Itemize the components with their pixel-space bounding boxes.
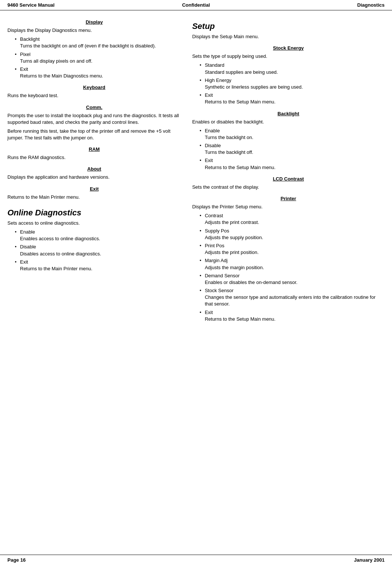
stock-energy-bullet-list: Standard Standard supplies are being use… [192, 62, 385, 105]
section-exit: Exit Returns to the Main Printer menu. [7, 186, 181, 201]
stock-energy-title: Stock Energy [192, 45, 385, 51]
printer-title: Printer [192, 196, 385, 201]
section-comm-desc2: Before running this test, take the top o… [7, 128, 181, 141]
online-diagnostics-title: Online Diagnostics [7, 208, 181, 218]
section-ram-desc: Runs the RAM diagnostics. [7, 154, 181, 161]
section-display: Display Displays the Display Diagnostics… [7, 19, 181, 79]
setup-title: Setup [192, 22, 385, 31]
bullet-title: Exit [20, 66, 28, 72]
header-title: 9460 Service Manual [7, 2, 133, 8]
list-item: Disable Turns the backlight off. [200, 142, 385, 156]
bullet-desc: Changes the sensor type and automaticall… [205, 294, 385, 307]
bullet-title: Exit [205, 310, 213, 315]
bullet-desc: Returns to the Setup Main menu. [205, 99, 385, 105]
section-lcd-contrast: LCD Contrast Sets the contrast of the di… [192, 176, 385, 191]
section-keyboard: Keyboard Runs the keyboard test. [7, 85, 181, 99]
section-ram: RAM Runs the RAM diagnostics. [7, 146, 181, 161]
section-ram-title: RAM [7, 146, 181, 152]
list-item: Print Pos Adjusts the print position. [200, 242, 385, 256]
left-column: Display Displays the Display Diagnostics… [7, 14, 188, 551]
list-item: Supply Pos Adjusts the supply position. [200, 228, 385, 241]
bullet-title: Disable [205, 143, 221, 148]
bullet-desc: Adjusts the margin position. [205, 264, 385, 271]
bullet-title: Margin Adj [205, 258, 227, 263]
bullet-desc: Enables access to online diagnostics. [20, 235, 181, 242]
list-item: Backlight Turns the backlight on and off… [15, 36, 181, 49]
list-item: Standard Standard supplies are being use… [200, 62, 385, 75]
list-item: Exit Returns to the Setup Main menu. [200, 157, 385, 171]
list-item: Exit Returns to the Main Printer menu. [15, 259, 181, 272]
list-item: Enable Turns the backlight on. [200, 128, 385, 141]
section-comm-desc: Prompts the user to install the loopback… [7, 112, 181, 126]
list-item: Enable Enables access to online diagnost… [15, 229, 181, 242]
page-container: 9460 Service Manual Confidential Diagnos… [0, 0, 392, 565]
printer-bullet-list: Contrast Adjusts the print contrast. Sup… [192, 212, 385, 323]
lcd-contrast-desc: Sets the contrast of the display. [192, 184, 385, 191]
bullet-desc: Enables or disables the on-demand sensor… [205, 279, 385, 286]
bullet-desc: Turns all display pixels on and off. [20, 58, 181, 65]
section-exit-desc: Returns to the Main Printer menu. [7, 194, 181, 201]
bullet-desc: Adjusts the print contrast. [205, 219, 385, 226]
section-display-desc: Displays the Display Diagnostics menu. [7, 27, 181, 34]
bullet-desc: Adjusts the print position. [205, 249, 385, 256]
bullet-title: Standard [205, 62, 224, 68]
stock-energy-desc: Sets the type of supply being used. [192, 53, 385, 60]
bullet-desc: Turns the backlight on and off (even if … [20, 43, 181, 49]
bullet-title: Stock Sensor [205, 288, 233, 293]
bullet-title: Disable [20, 244, 36, 250]
list-item: Disable Disables access to online diagno… [15, 244, 181, 257]
bullet-desc: Turns the backlight on. [205, 134, 385, 141]
bullet-desc: Standard supplies are being used. [205, 69, 385, 76]
bullet-title: Exit [205, 92, 213, 98]
bullet-desc: Returns to the Main Printer menu. [20, 265, 181, 272]
section-setup: Setup Displays the Setup Main menu. [192, 22, 385, 40]
main-content: Display Displays the Display Diagnostics… [0, 10, 392, 555]
section-comm: Comm. Prompts the user to install the lo… [7, 105, 181, 142]
printer-desc: Displays the Printer Setup menu. [192, 204, 385, 210]
page-footer: Page 16 January 2001 [0, 555, 392, 565]
bullet-title: Demand Sensor [205, 273, 240, 278]
bullet-title: Exit [205, 158, 213, 163]
list-item: Exit Returns to the Main Diagnostics men… [15, 66, 181, 79]
backlight-bullet-list: Enable Turns the backlight on. Disable T… [192, 128, 385, 171]
section-display-title: Display [7, 19, 181, 25]
bullet-desc: Returns to the Main Diagnostics menu. [20, 73, 181, 79]
online-diagnostics-bullet-list: Enable Enables access to online diagnost… [7, 229, 181, 272]
list-item: Exit Returns to the Setup Main menu. [200, 92, 385, 105]
list-item: Contrast Adjusts the print contrast. [200, 212, 385, 226]
section-stock-energy: Stock Energy Sets the type of supply bei… [192, 45, 385, 105]
bullet-desc: Returns to the Setup Main menu. [205, 316, 385, 323]
list-item: Demand Sensor Enables or disables the on… [200, 272, 385, 286]
list-item: Stock Sensor Changes the sensor type and… [200, 287, 385, 308]
header-right: Diagnostics [259, 2, 385, 8]
right-column: Setup Displays the Setup Main menu. Stoc… [188, 14, 385, 551]
lcd-contrast-title: LCD Contrast [192, 176, 385, 182]
bullet-title: Enable [205, 128, 220, 133]
bullet-title: Exit [20, 259, 28, 265]
list-item: Pixel Turns all display pixels on and of… [15, 51, 181, 65]
list-item: Margin Adj Adjusts the margin position. [200, 257, 385, 271]
page-header: 9460 Service Manual Confidential Diagnos… [0, 0, 392, 10]
section-about-desc: Displays the application and hardware ve… [7, 174, 181, 181]
section-online-diagnostics: Online Diagnostics Sets access to online… [7, 208, 181, 272]
bullet-desc: Disables access to online diagnostics. [20, 251, 181, 257]
footer-page-number: Page 16 [7, 557, 26, 563]
bullet-title: Print Pos [205, 243, 224, 248]
backlight-title: Backlight [192, 111, 385, 116]
list-item: High Energy Synthetic or linerless suppl… [200, 77, 385, 90]
section-keyboard-desc: Runs the keyboard test. [7, 92, 181, 99]
setup-desc: Displays the Setup Main menu. [192, 33, 385, 40]
bullet-title: Supply Pos [205, 228, 229, 234]
section-about-title: About [7, 166, 181, 172]
online-diagnostics-desc: Sets access to online diagnostics. [7, 220, 181, 227]
bullet-title: Contrast [205, 213, 223, 218]
section-about: About Displays the application and hardw… [7, 166, 181, 181]
bullet-desc: Synthetic or linerless supplies are bein… [205, 84, 385, 90]
section-exit-title: Exit [7, 186, 181, 192]
section-keyboard-title: Keyboard [7, 85, 181, 90]
bullet-title: Backlight [20, 36, 40, 42]
bullet-title: Enable [20, 229, 35, 235]
section-backlight: Backlight Enables or disables the backli… [192, 111, 385, 171]
bullet-title: High Energy [205, 77, 231, 83]
header-center: Confidential [133, 2, 259, 8]
